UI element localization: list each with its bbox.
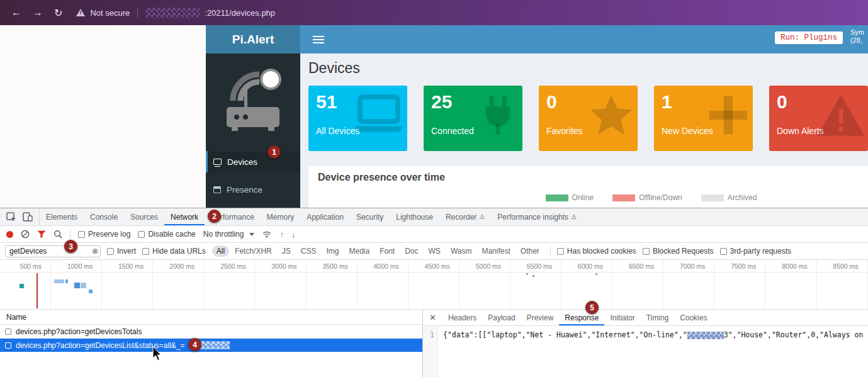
tab-elements[interactable]: Elements: [40, 208, 84, 225]
card-new-devices[interactable]: 1 New Devices: [654, 86, 753, 151]
disable-cache-checkbox[interactable]: Disable cache: [138, 230, 195, 239]
tab-headers[interactable]: Headers: [442, 310, 482, 325]
hamburger-icon[interactable]: [313, 39, 324, 40]
request-row[interactable]: devices.php?action=getDevicesTotals: [0, 325, 422, 339]
tab-lighthouse[interactable]: Lighthouse: [390, 208, 439, 225]
preserve-log-checkbox[interactable]: Preserve log: [78, 230, 130, 239]
forward-icon[interactable]: →: [33, 7, 43, 18]
checkbox[interactable]: [138, 231, 145, 238]
third-party-requests-checkbox[interactable]: 3rd-party requests: [720, 247, 791, 256]
filter-chip-manifest[interactable]: Manifest: [477, 245, 514, 257]
card-down-alerts[interactable]: 0 Down Alerts: [769, 86, 868, 151]
filter-chip-other[interactable]: Other: [516, 245, 544, 257]
url-text: :20211/devices.php: [205, 8, 275, 18]
devtools: Elements Console Sources Network Perform…: [0, 208, 868, 377]
tab-recorder[interactable]: Recorder⚠: [439, 208, 491, 225]
stat-cards: 51 All Devices 25 Connected: [308, 86, 868, 151]
waterfall-mark: [81, 283, 86, 288]
filter-chip-ws[interactable]: WS: [424, 245, 445, 257]
clear-filter-icon[interactable]: ⊗: [92, 247, 98, 256]
tab-application[interactable]: Application: [300, 208, 350, 225]
filter-chip-xhr[interactable]: Fetch/XHR: [230, 245, 276, 257]
reload-icon[interactable]: ↻: [54, 7, 62, 19]
card-label: Favorites: [546, 126, 583, 136]
checkbox[interactable]: [557, 248, 564, 255]
tab-sources[interactable]: Sources: [124, 208, 164, 225]
network-toolbar: Preserve log Disable cache No throttling…: [0, 226, 868, 243]
filter-chip-img[interactable]: Img: [322, 245, 343, 257]
tab-initiator[interactable]: Initiator: [604, 310, 640, 325]
resource-type-filters: All Fetch/XHR JS CSS Img Media Font Doc …: [212, 245, 544, 257]
request-checkbox[interactable]: [5, 329, 11, 335]
checkbox[interactable]: [78, 231, 85, 238]
archived-swatch: [701, 194, 724, 201]
router-icon: [217, 68, 290, 137]
request-list-header[interactable]: Name: [0, 310, 422, 325]
filter-chip-css[interactable]: CSS: [296, 245, 321, 257]
throttling-dropdown[interactable]: No throttling: [203, 230, 255, 239]
plus-icon: [707, 94, 749, 136]
brand-logo[interactable]: Pi.Alert: [206, 25, 300, 53]
tab-network[interactable]: Network: [164, 208, 205, 225]
tab-memory[interactable]: Memory: [261, 208, 300, 225]
tab-security[interactable]: Security: [350, 208, 390, 225]
tab-payload[interactable]: Payload: [482, 310, 521, 325]
card-connected[interactable]: 25 Connected: [424, 86, 522, 151]
import-har-icon[interactable]: ↑: [279, 230, 284, 239]
run-plugins-button[interactable]: Run: Plugins: [775, 31, 843, 44]
network-filter-bar: ⊗ Invert Hide data URLs All Fetch/XHR JS…: [0, 243, 868, 260]
card-label: All Devices: [316, 126, 359, 136]
device-toolbar-icon[interactable]: [23, 212, 33, 222]
sidebar-item-devices[interactable]: Devices: [206, 151, 300, 172]
timeline-tick: 8000 ms: [765, 260, 816, 309]
annotation-badge-2: 2: [208, 210, 221, 223]
tab-cookies[interactable]: Cookies: [674, 310, 713, 325]
tab-performance-insights[interactable]: Performance insights⚠: [491, 208, 583, 225]
has-blocked-cookies-checkbox[interactable]: Has blocked cookies: [557, 247, 636, 256]
checkbox[interactable]: [107, 248, 114, 255]
tab-response[interactable]: Response: [559, 310, 604, 325]
hide-data-urls-checkbox[interactable]: Hide data URLs: [142, 247, 206, 256]
filter-input[interactable]: [5, 245, 101, 257]
invert-checkbox[interactable]: Invert: [107, 247, 136, 256]
response-viewer[interactable]: 1 {"data":[["laptop","Net - Huawei","Int…: [423, 326, 868, 377]
request-row-selected[interactable]: devices.php?action=getDevicesList&status…: [0, 339, 422, 352]
export-har-icon[interactable]: ↓: [291, 230, 296, 239]
filter-chip-media[interactable]: Media: [344, 245, 374, 257]
checkbox[interactable]: [720, 248, 727, 255]
checkbox[interactable]: [142, 248, 149, 255]
filter-icon[interactable]: [37, 230, 46, 239]
clear-icon[interactable]: [21, 230, 30, 239]
blocked-requests-checkbox[interactable]: Blocked Requests: [643, 247, 714, 256]
header-user-info: Sym (28,: [850, 28, 868, 45]
presence-legend: Online Offline/Down Archived: [444, 193, 859, 202]
timeline-tick: 4000 ms: [358, 260, 409, 309]
tab-timing[interactable]: Timing: [641, 310, 675, 325]
back-icon[interactable]: ←: [11, 7, 21, 18]
checkbox[interactable]: [643, 248, 650, 255]
timeline-tick: 2500 ms: [204, 260, 255, 309]
close-icon[interactable]: ✕: [423, 313, 442, 322]
filter-chip-all[interactable]: All: [212, 245, 229, 257]
request-checkbox[interactable]: [5, 342, 11, 349]
filter-chip-font[interactable]: Font: [375, 245, 399, 257]
devices-icon: [213, 159, 222, 165]
search-icon[interactable]: [54, 230, 62, 239]
tab-label: Performance insights: [497, 213, 568, 222]
filter-chip-wasm[interactable]: Wasm: [446, 245, 476, 257]
network-conditions-icon[interactable]: [262, 230, 272, 238]
screen: ← → ↻ Not secure :20211/devices.php Pi.A…: [0, 0, 868, 377]
tab-preview[interactable]: Preview: [521, 310, 560, 325]
record-icon[interactable]: [6, 231, 13, 238]
sidebar-item-presence[interactable]: Presence: [206, 179, 300, 200]
waterfall-mark: [65, 279, 68, 283]
tab-console[interactable]: Console: [84, 208, 124, 225]
filter-chip-js[interactable]: JS: [278, 245, 295, 257]
filter-chip-doc[interactable]: Doc: [400, 245, 422, 257]
waterfall-mark: [533, 275, 534, 277]
network-overview-timeline[interactable]: 500 ms 1000 ms 1500 ms 2000 ms 2500 ms 3…: [0, 260, 868, 310]
card-favorites[interactable]: 0 Favorites: [539, 86, 638, 151]
address-bar[interactable]: Not secure :20211/devices.php: [76, 8, 275, 18]
inspect-element-icon[interactable]: [6, 212, 16, 222]
card-all-devices[interactable]: 51 All Devices: [308, 86, 407, 151]
